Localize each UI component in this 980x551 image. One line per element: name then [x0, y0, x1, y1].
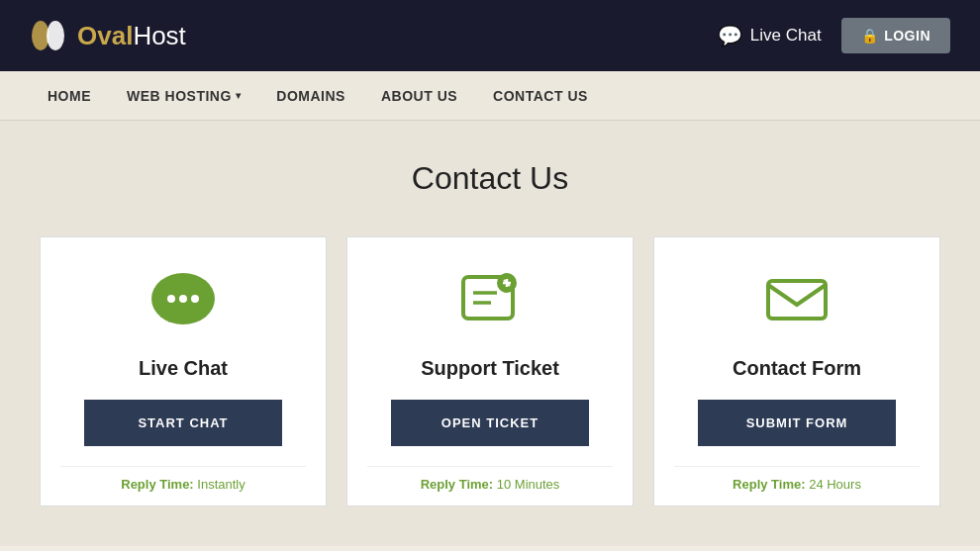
contact-form-reply-time: Reply Time: 24 Hours: [674, 466, 920, 505]
live-chat-card-title: Live Chat: [139, 357, 228, 380]
nav-item-domains[interactable]: DOMAINS: [258, 88, 363, 104]
navigation: HOME WEB HOSTING ▾ DOMAINS ABOUT US CONT…: [0, 71, 980, 121]
envelope-icon: [762, 267, 832, 341]
login-button[interactable]: 🔒 LOGIN: [841, 18, 950, 53]
lock-icon: 🔒: [861, 28, 879, 44]
svg-rect-14: [768, 281, 826, 319]
svg-point-4: [179, 295, 187, 303]
chevron-down-icon: ▾: [236, 90, 242, 101]
logo[interactable]: OvalHost: [30, 17, 186, 54]
chat-icon: [148, 267, 218, 341]
main-content: Contact Us Live Chat START CHAT Reply Ti…: [0, 121, 980, 546]
live-chat-header-btn[interactable]: 💬 Live Chat: [718, 24, 822, 47]
contact-form-card: Contact Form SUBMIT FORM Reply Time: 24 …: [653, 236, 940, 506]
nav-item-home[interactable]: HOME: [30, 88, 109, 104]
nav-item-web-hosting[interactable]: WEB HOSTING ▾: [109, 88, 258, 104]
support-ticket-reply-time: Reply Time: 10 Minutes: [367, 466, 613, 505]
start-chat-button[interactable]: START CHAT: [84, 400, 282, 446]
logo-icon: [30, 17, 67, 54]
header-right: 💬 Live Chat 🔒 LOGIN: [718, 18, 950, 53]
nav-item-about-us[interactable]: ABOUT US: [363, 88, 475, 104]
header: OvalHost 💬 Live Chat 🔒 LOGIN: [0, 0, 980, 71]
support-ticket-card-title: Support Ticket: [421, 357, 559, 380]
open-ticket-button[interactable]: OPEN TICKET: [391, 400, 589, 446]
submit-form-button[interactable]: SUBMIT FORM: [698, 400, 896, 446]
ticket-icon: [455, 267, 525, 341]
support-ticket-card: Support Ticket OPEN TICKET Reply Time: 1…: [346, 236, 634, 506]
nav-item-contact-us[interactable]: CONTACT US: [475, 88, 606, 104]
logo-text: OvalHost: [77, 21, 186, 51]
cards-container: Live Chat START CHAT Reply Time: Instant…: [30, 236, 950, 506]
live-chat-card: Live Chat START CHAT Reply Time: Instant…: [40, 236, 327, 506]
svg-point-3: [167, 295, 175, 303]
chat-bubble-icon: 💬: [718, 24, 742, 47]
contact-form-card-title: Contact Form: [733, 357, 861, 380]
svg-point-5: [191, 295, 199, 303]
live-chat-reply-time: Reply Time: Instantly: [60, 466, 306, 505]
page-title: Contact Us: [30, 160, 950, 197]
svg-point-1: [47, 21, 64, 50]
live-chat-label: Live Chat: [750, 26, 822, 46]
